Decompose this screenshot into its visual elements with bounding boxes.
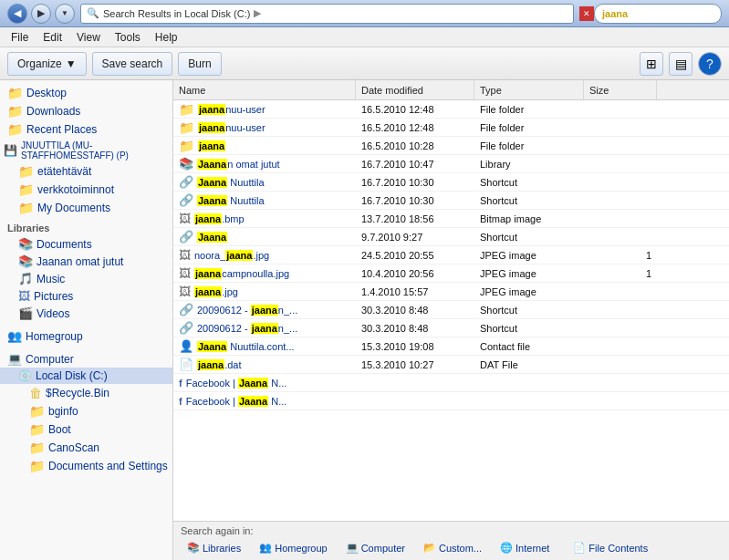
file-name: 🖼 jaana.bmp [173, 212, 356, 225]
search-homegroup-button[interactable]: 👥 Homegroup [253, 539, 333, 556]
sidebar-item-documents[interactable]: 📚 Documents [0, 235, 172, 253]
file-type: Shortcut [474, 323, 584, 334]
sidebar-item-music[interactable]: 🎵 Music [0, 270, 172, 287]
file-contents-button[interactable]: 📄 File Contents [567, 539, 654, 556]
sidebar-item-canoscan[interactable]: 📁 CanoScan [0, 439, 172, 457]
sidebar-item-etatehtavat[interactable]: 📁 etätehtävät [0, 162, 172, 181]
file-date: 15.3.2010 10:27 [356, 359, 474, 370]
clear-search-button[interactable]: ✕ [579, 6, 594, 21]
sidebar-label-computer: Computer [26, 353, 74, 366]
sidebar-item-downloads[interactable]: 📁 Downloads [0, 102, 172, 120]
search-input[interactable] [594, 4, 722, 24]
file-name: 🖼 jaana.jpg [173, 285, 356, 298]
hd-icon: 💾 [4, 144, 17, 157]
file-name: 🔗 20090612 - jaanan_... [173, 303, 356, 316]
file-name: 👤 Jaana Nuuttila.cont... [173, 339, 356, 353]
sidebar-item-homegroup[interactable]: 👥 Homegroup [0, 327, 172, 345]
sidebar-item-pictures[interactable]: 🖼 Pictures [0, 287, 172, 305]
file-type: File folder [474, 104, 584, 115]
sidebar-label-desktop: Desktop [26, 87, 67, 99]
file-contents-label: File Contents [588, 543, 648, 554]
sidebar-item-jaanan[interactable]: 📚 Jaanan omat jutut [0, 253, 172, 270]
lib-icon: 🎬 [18, 306, 33, 320]
search-computer-button[interactable]: 💻 Computer [339, 539, 411, 556]
file-date: 16.5.2010 12:48 [356, 122, 474, 133]
table-row[interactable]: 🖼 jaana.jpg 1.4.2010 15:57 JPEG image [173, 283, 729, 301]
sidebar-item-boot[interactable]: 📁 Boot [0, 420, 172, 439]
sidebar-label-jnuuttila: JNUUTTILA (MU-STAFFHOMESSTAFF) (P) [21, 140, 169, 161]
table-row[interactable]: 📄 jaana.dat 15.3.2010 10:27 DAT File [173, 356, 729, 374]
table-row[interactable]: 🖼 jaana.bmp 13.7.2010 18:56 Bitmap image [173, 210, 729, 228]
organize-button[interactable]: Organize ▼ [7, 52, 87, 76]
search-internet-button[interactable]: 🌐 Internet [494, 539, 556, 556]
view-details-button[interactable]: ⊞ [640, 52, 663, 76]
hd-icon: 💿 [18, 369, 32, 382]
view-toggle-button[interactable]: ▤ [669, 52, 693, 76]
menu-help[interactable]: Help [148, 29, 185, 46]
shortcut-icon: 🔗 [179, 175, 193, 189]
forward-button[interactable]: ▶ [31, 4, 51, 24]
sidebar-item-bginfo[interactable]: 📁 bginfo [0, 402, 172, 420]
file-date: 9.7.2010 9:27 [356, 232, 474, 243]
file-name: 📄 jaana.dat [173, 358, 356, 371]
file-name-text: jaanacampnoulla.jpg [194, 268, 289, 279]
table-row[interactable]: f Facebook | Jaana N... [173, 392, 729, 410]
file-date: 15.3.2010 19:08 [356, 341, 474, 352]
sidebar-item-recycle[interactable]: 🗑 $Recycle.Bin [0, 384, 172, 402]
file-name: f Facebook | Jaana N... [173, 378, 356, 389]
organize-label: Organize [17, 57, 62, 70]
menu-edit[interactable]: Edit [36, 29, 69, 46]
sidebar-item-videos[interactable]: 🎬 Videos [0, 305, 172, 322]
sidebar-item-verkkotoiminnot[interactable]: 📁 verkkotoiminnot [0, 181, 172, 199]
table-row[interactable]: 🖼 noora_jaana.jpg 24.5.2010 20:55 JPEG i… [173, 246, 729, 264]
sidebar-item-my-documents[interactable]: 📁 My Documents [0, 199, 172, 217]
sidebar-item-computer[interactable]: 💻 Computer [0, 350, 172, 368]
address-text: Search Results in Local Disk (C:) [103, 8, 250, 19]
sidebar-item-desktop[interactable]: 📁 Desktop [0, 84, 172, 102]
menu-view[interactable]: View [69, 29, 108, 46]
menu-tools[interactable]: Tools [108, 29, 148, 46]
table-row[interactable]: 🔗 Jaana Nuuttila 16.7.2010 10:30 Shortcu… [173, 173, 729, 192]
table-row[interactable]: 🖼 jaanacampnoulla.jpg 10.4.2010 20:56 JP… [173, 264, 729, 283]
column-header-size[interactable]: Size [584, 80, 657, 99]
table-row[interactable]: 🔗 20090612 - jaanan_... 30.3.2010 8:48 S… [173, 301, 729, 319]
file-size: 1 [584, 250, 657, 261]
homegroup-icon: 👥 [7, 329, 22, 343]
column-header-name[interactable]: Name [173, 80, 356, 99]
sidebar-item-documents-settings[interactable]: 📁 Documents and Settings [0, 457, 172, 475]
address-bar[interactable]: 🔍 Search Results in Local Disk (C:) ▶ [80, 4, 574, 24]
column-header-type[interactable]: Type [474, 80, 584, 99]
sidebar-label-canoscan: CanoScan [48, 441, 99, 454]
file-type: Shortcut [474, 232, 584, 243]
table-row[interactable]: 🔗 Jaana Nuuttila 16.7.2010 10:30 Shortcu… [173, 192, 729, 210]
sidebar-item-jnuuttila[interactable]: 💾 JNUUTTILA (MU-STAFFHOMESSTAFF) (P) [0, 139, 172, 162]
sidebar-label-mydocs: My Documents [37, 202, 110, 214]
title-bar: ◀ ▶ ▼ 🔍 Search Results in Local Disk (C:… [0, 0, 729, 27]
menu-file[interactable]: File [4, 29, 36, 46]
burn-label: Burn [188, 57, 211, 70]
folder-icon: 📁 [18, 201, 34, 215]
table-row[interactable]: 🔗 20090612 - jaanan_... 30.3.2010 8:48 S… [173, 319, 729, 337]
file-name: 📁 jaana [173, 139, 356, 153]
up-button[interactable]: ▼ [55, 4, 75, 24]
table-row[interactable]: 📚 Jaanan omat jutut 16.7.2010 10:47 Libr… [173, 155, 729, 173]
burn-button[interactable]: Burn [178, 52, 221, 76]
back-button[interactable]: ◀ [7, 4, 27, 24]
column-header-date[interactable]: Date modified [356, 80, 474, 99]
search-libraries-button[interactable]: 📚 Libraries [181, 539, 247, 556]
file-icon: 📄 [573, 542, 586, 554]
file-date: 24.5.2010 20:55 [356, 250, 474, 261]
save-search-button[interactable]: Save search [92, 52, 173, 76]
table-row[interactable]: 📁 jaananuu-user 16.5.2010 12:48 File fol… [173, 100, 729, 119]
help-button[interactable]: ? [698, 52, 722, 76]
table-row[interactable]: 📁 jaananuu-user 16.5.2010 12:48 File fol… [173, 119, 729, 137]
table-row[interactable]: f Facebook | Jaana N... [173, 374, 729, 392]
table-row[interactable]: 👤 Jaana Nuuttila.cont... 15.3.2010 19:08… [173, 337, 729, 356]
table-row[interactable]: 🔗 Jaana 9.7.2010 9:27 Shortcut [173, 228, 729, 246]
sidebar-item-local-disk[interactable]: 💿 Local Disk (C:) [0, 368, 172, 384]
sidebar-item-recent-places[interactable]: 📁 Recent Places [0, 120, 172, 139]
search-custom-button[interactable]: 📂 Custom... [417, 539, 488, 556]
file-date: 30.3.2010 8:48 [356, 305, 474, 316]
table-row[interactable]: 📁 jaana 16.5.2010 10:28 File folder [173, 137, 729, 155]
fb-icon: f [179, 378, 182, 389]
